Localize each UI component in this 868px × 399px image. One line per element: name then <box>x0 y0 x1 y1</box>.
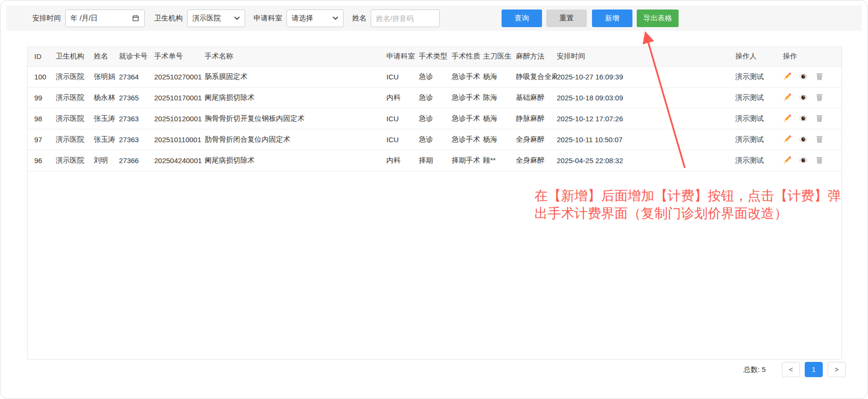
page-1-button[interactable]: 1 <box>805 362 823 377</box>
view-eye-icon[interactable] <box>799 156 808 165</box>
table-row: 98 演示医院 张玉涛 27363 202510120001 胸骨骨折切开复位钢… <box>28 108 841 129</box>
col-dept: 申请科室 <box>386 47 419 66</box>
dept-select[interactable]: 请选择 <box>286 10 344 27</box>
add-button[interactable]: 新增 <box>592 10 632 27</box>
date-input[interactable]: 年 /月/日 <box>65 10 145 27</box>
cell-org: 演示医院 <box>56 129 94 150</box>
name-input[interactable] <box>371 10 440 27</box>
cell-order-no: 202510270001 <box>154 66 205 87</box>
view-eye-icon[interactable] <box>799 93 808 102</box>
export-button[interactable]: 导出表格 <box>637 10 679 27</box>
dept-select-value: 请选择 <box>292 14 313 23</box>
delete-trash-icon[interactable] <box>815 135 824 144</box>
next-page-button[interactable]: > <box>828 362 846 377</box>
edit-pencil-icon[interactable] <box>783 93 791 102</box>
org-select[interactable]: 演示医院 <box>187 10 245 27</box>
chevron-down-icon <box>333 16 338 20</box>
delete-trash-icon[interactable] <box>815 93 824 102</box>
cell-surgery-name: 胸骨骨折切开复位钢板内固定术 <box>205 108 386 129</box>
cell-anesthesia: 静脉麻醉 <box>516 108 557 129</box>
cell-surgeon: 杨海 <box>483 108 516 129</box>
row-actions <box>783 88 839 108</box>
cell-card-no: 27364 <box>119 66 154 87</box>
org-select-value: 演示医院 <box>192 14 221 23</box>
cell-org: 演示医院 <box>56 66 94 87</box>
col-actions: 操作 <box>783 47 841 66</box>
cell-anesthesia: 静吸复合全麻 <box>516 66 557 87</box>
cell-surgery-name: 肠系膜固定术 <box>205 66 386 87</box>
cell-surgeon: 陈海 <box>483 87 516 108</box>
cell-dept: ICU <box>386 129 419 150</box>
cell-anesthesia: 基础麻醉 <box>516 87 557 108</box>
row-actions <box>783 129 839 150</box>
cell-type: 急诊 <box>419 129 452 150</box>
cell-type: 择期 <box>419 150 452 171</box>
query-button[interactable]: 查询 <box>502 10 542 27</box>
total-label: 总数: <box>743 365 760 373</box>
cell-nature: 择期手术 <box>452 150 483 171</box>
cell-operator: 演示测试 <box>735 129 783 150</box>
cell-card-no: 27366 <box>119 150 154 171</box>
row-actions <box>783 108 839 129</box>
annotation-text: 在【新增】后面增加【计费】按钮，点击【计费】弹 出手术计费界面（复制门诊划价界面… <box>534 187 841 222</box>
cell-name: 刘明 <box>94 150 119 171</box>
pagination: 总数: 5 < 1 > <box>743 362 846 377</box>
cell-schedule-time: 2025-04-25 22:08:32 <box>557 150 735 171</box>
delete-trash-icon[interactable] <box>815 114 824 123</box>
cell-operator: 演示测试 <box>735 108 783 129</box>
edit-pencil-icon[interactable] <box>783 114 791 123</box>
cell-schedule-time: 2025-10-18 09:03:09 <box>557 87 735 108</box>
annotation-line-1: 在【新增】后面增加【计费】按钮，点击【计费】弹 <box>534 187 841 204</box>
col-order-no: 手术单号 <box>154 47 205 66</box>
filter-toolbar: 安排时间 年 /月/日 卫生机构 演示医院 申请科室 请选择 <box>6 5 862 31</box>
table-header-row: ID 卫生机构 姓名 就诊卡号 手术单号 手术名称 申请科室 手术类型 手术性质… <box>28 47 841 66</box>
cell-org: 演示医院 <box>56 87 94 108</box>
view-eye-icon[interactable] <box>799 135 808 144</box>
cell-id: 96 <box>28 150 56 171</box>
view-eye-icon[interactable] <box>799 114 808 123</box>
cell-id: 100 <box>28 66 56 87</box>
cell-surgeon: 杨海 <box>483 66 516 87</box>
calendar-icon[interactable] <box>132 14 139 22</box>
cell-order-no: 202510120001 <box>154 108 205 129</box>
org-label: 卫生机构 <box>154 14 183 23</box>
edit-pencil-icon[interactable] <box>783 72 791 81</box>
reset-button[interactable]: 重置 <box>546 10 587 27</box>
chevron-down-icon <box>234 16 240 20</box>
cell-surgery-name: 阑尾病损切除术 <box>205 87 386 108</box>
cell-operator: 演示测试 <box>735 87 783 108</box>
cell-dept: ICU <box>386 66 419 87</box>
cell-name: 张玉涛 <box>94 129 119 150</box>
delete-trash-icon[interactable] <box>815 156 824 165</box>
app-window: 安排时间 年 /月/日 卫生机构 演示医院 申请科室 请选择 <box>0 0 868 399</box>
table-row: 100 演示医院 张明娟 27364 202510270001 肠系膜固定术 I… <box>28 66 841 87</box>
date-value: 年 /月/日 <box>70 14 98 23</box>
cell-type: 急诊 <box>419 66 452 87</box>
dept-label: 申请科室 <box>254 14 282 23</box>
prev-page-button[interactable]: < <box>782 362 800 377</box>
cell-schedule-time: 2025-10-27 16:09:39 <box>557 66 735 87</box>
surgery-table: ID 卫生机构 姓名 就诊卡号 手术单号 手术名称 申请科室 手术类型 手术性质… <box>28 47 841 171</box>
cell-surgery-name: 阑尾病损切除术 <box>205 150 386 171</box>
col-name: 姓名 <box>94 47 119 66</box>
cell-name: 张玉涛 <box>94 108 119 129</box>
cell-surgery-name: 肋骨骨折闭合复位内固定术 <box>205 129 386 150</box>
cell-surgeon: 顾** <box>483 150 516 171</box>
edit-pencil-icon[interactable] <box>783 135 791 144</box>
col-anesthesia: 麻醉方法 <box>516 47 557 66</box>
view-eye-icon[interactable] <box>799 72 808 81</box>
cell-type: 急诊 <box>419 87 452 108</box>
cell-nature: 急诊手术 <box>452 66 483 87</box>
cell-operator: 演示测试 <box>735 66 783 87</box>
col-card-no: 就诊卡号 <box>119 47 154 66</box>
edit-pencil-icon[interactable] <box>783 156 791 165</box>
cell-surgeon: 杨海 <box>483 129 516 150</box>
date-label: 安排时间 <box>32 14 61 23</box>
delete-trash-icon[interactable] <box>815 72 824 81</box>
col-org: 卫生机构 <box>56 47 94 66</box>
table-row: 96 演示医院 刘明 27366 202504240001 阑尾病损切除术 内科… <box>28 150 841 171</box>
cell-card-no: 27365 <box>119 87 154 108</box>
col-nature: 手术性质 <box>452 47 483 66</box>
cell-order-no: 202510170001 <box>154 87 205 108</box>
annotation-line-2: 出手术计费界面（复制门诊划价界面改造） <box>534 204 841 222</box>
